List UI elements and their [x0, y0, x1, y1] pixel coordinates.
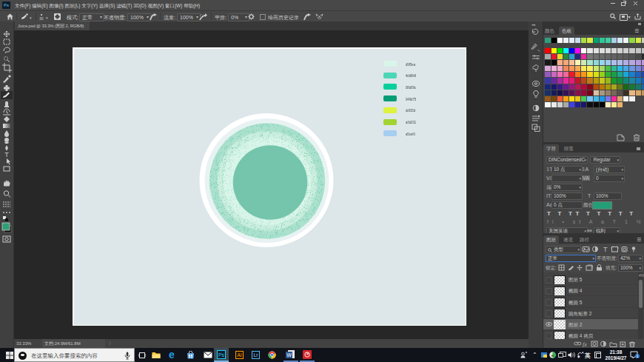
svg-text:T: T: [603, 246, 608, 252]
svg-text:fx: fx: [583, 341, 587, 348]
svg-text:T: T: [4, 151, 9, 158]
